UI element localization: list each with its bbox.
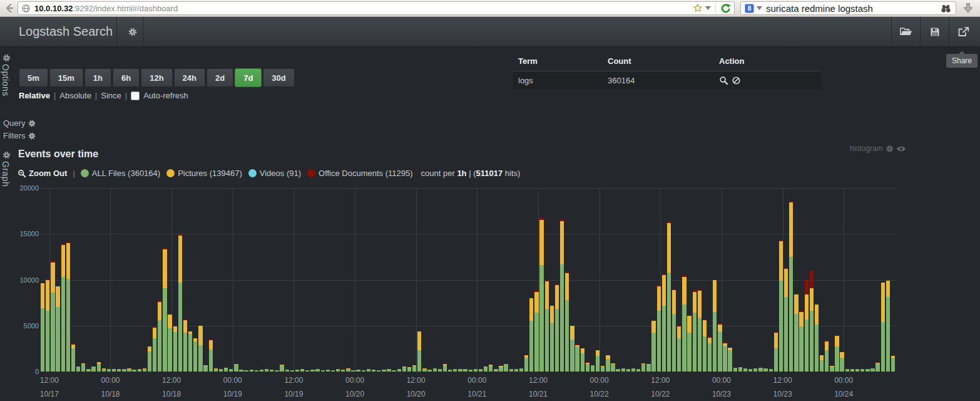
load-dashboard-button[interactable] <box>891 17 921 46</box>
bar-segment <box>102 369 106 372</box>
gridline-vertical <box>844 188 844 372</box>
bar-segment <box>469 370 472 372</box>
auto-refresh-checkbox[interactable] <box>131 91 140 100</box>
legend-item[interactable]: Pictures (139467) <box>166 169 242 178</box>
legend-item[interactable]: Videos (91) <box>248 169 301 178</box>
share-tooltip: Share <box>946 54 977 68</box>
search-engine-icon[interactable]: 8 <box>745 4 754 13</box>
exclude-term-icon[interactable] <box>732 76 741 85</box>
bar-segment <box>341 370 345 372</box>
bar-segment <box>168 315 171 328</box>
filters-gear-icon[interactable] <box>28 132 36 140</box>
x-axis-date-label: 10/23 <box>702 390 742 398</box>
time-mode-since[interactable]: Since <box>101 91 121 100</box>
gridline-vertical <box>416 188 417 372</box>
bar-segment <box>81 363 85 363</box>
bar-segment <box>168 328 171 372</box>
zoom-out-button[interactable]: Zoom Out <box>18 169 67 178</box>
bar-segment <box>870 368 874 372</box>
bar-segment <box>662 274 666 275</box>
x-axis-date-label: 10/20 <box>396 390 436 398</box>
time-range-button-2d[interactable]: 2d <box>207 68 233 87</box>
bar-segment <box>687 316 691 333</box>
bar-segment <box>555 309 559 372</box>
query-section[interactable]: Query <box>3 118 36 128</box>
bar-segment <box>138 369 141 372</box>
bar-segment <box>601 367 605 372</box>
bar-segment <box>830 367 834 372</box>
bar-segment <box>484 367 487 367</box>
time-range-button-15m[interactable]: 15m <box>49 68 83 87</box>
search-term-icon[interactable] <box>719 76 728 85</box>
legend-item[interactable]: Office Documents (11295) <box>307 169 413 178</box>
bar-segment <box>835 336 839 347</box>
mode-separator: | <box>125 91 127 100</box>
save-dashboard-button[interactable] <box>920 17 949 46</box>
time-range-button-1h[interactable]: 1h <box>84 68 111 87</box>
query-gear-icon[interactable] <box>28 120 36 127</box>
url-divider <box>715 3 716 13</box>
bar-segment <box>229 369 233 372</box>
bar-segment <box>183 320 187 333</box>
browser-back-icon[interactable] <box>3 2 16 14</box>
bar-segment <box>733 368 737 372</box>
x-axis-time-label: 12:00 <box>151 376 191 385</box>
bar-segment <box>672 290 676 314</box>
reload-icon[interactable] <box>720 3 731 14</box>
bar-segment <box>875 363 879 372</box>
bar-segment <box>310 370 314 372</box>
bar-segment <box>484 367 487 372</box>
bar-segment <box>591 365 595 372</box>
bar-segment <box>779 241 783 281</box>
dashboard-settings-gear-icon[interactable] <box>123 17 143 46</box>
downloads-icon[interactable] <box>960 1 976 15</box>
x-axis-date-label: 10/24 <box>824 390 864 398</box>
search-query-text[interactable]: suricata redmine logstash <box>766 3 873 14</box>
bar-segment <box>117 369 121 372</box>
bar-segment <box>173 332 177 372</box>
time-range-button-12h[interactable]: 12h <box>141 68 172 87</box>
time-mode-relative[interactable]: Relative <box>19 91 50 100</box>
bar-segment <box>845 369 849 372</box>
share-dashboard-button[interactable] <box>949 17 978 46</box>
legend-item[interactable]: ALL Files (360164) <box>81 169 160 178</box>
legend-item-label: Office Documents (11295) <box>319 169 413 178</box>
options-panel-gear-icon[interactable] <box>3 54 11 62</box>
graph-panel-gear-icon[interactable] <box>3 151 11 159</box>
x-axis-time-label: 12:00 <box>518 376 558 385</box>
chart-area[interactable] <box>41 188 896 372</box>
panel-config-gear-icon[interactable] <box>886 145 894 153</box>
bar-segment <box>158 302 161 320</box>
bookmark-dropdown-icon[interactable] <box>705 6 711 10</box>
filters-section[interactable]: Filters <box>3 131 36 140</box>
bar-segment <box>153 327 156 328</box>
url-bar[interactable]: 10.0.10.32:9292/index.html#/dashboard <box>18 1 735 15</box>
x-axis-time-label: 00:00 <box>335 376 375 385</box>
bar-segment <box>66 242 70 243</box>
bar-segment <box>143 368 146 369</box>
app-header: Logstash Search <box>0 17 980 47</box>
search-engine-dropdown-icon[interactable] <box>757 6 762 10</box>
bar-segment <box>672 289 676 289</box>
time-range-button-5m[interactable]: 5m <box>19 68 48 87</box>
bar-segment <box>41 283 44 308</box>
binoculars-icon[interactable] <box>940 4 952 13</box>
time-range-button-6h[interactable]: 6h <box>113 68 140 87</box>
panel-visibility-eye-icon[interactable] <box>896 145 906 152</box>
bar-segment <box>61 277 65 372</box>
time-range-button-24h[interactable]: 24h <box>174 68 205 87</box>
bar-segment <box>753 368 757 372</box>
bar-segment <box>163 249 166 288</box>
bar-segment <box>326 370 330 372</box>
browser-search-field[interactable]: 8 suricata redmine logstash <box>740 1 956 15</box>
bar-segment <box>641 364 645 372</box>
bookmark-star-icon[interactable] <box>693 3 703 13</box>
bar-segment <box>519 368 523 372</box>
x-axis-time-label: 12:00 <box>396 376 436 385</box>
time-mode-absolute[interactable]: Absolute <box>59 91 91 100</box>
x-axis-date-label: 10/21 <box>457 390 497 398</box>
time-range-button-30d[interactable]: 30d <box>263 68 294 87</box>
time-range-button-7d[interactable]: 7d <box>235 68 262 87</box>
x-axis-time-label: 00:00 <box>213 376 253 385</box>
bar-segment <box>153 328 156 339</box>
